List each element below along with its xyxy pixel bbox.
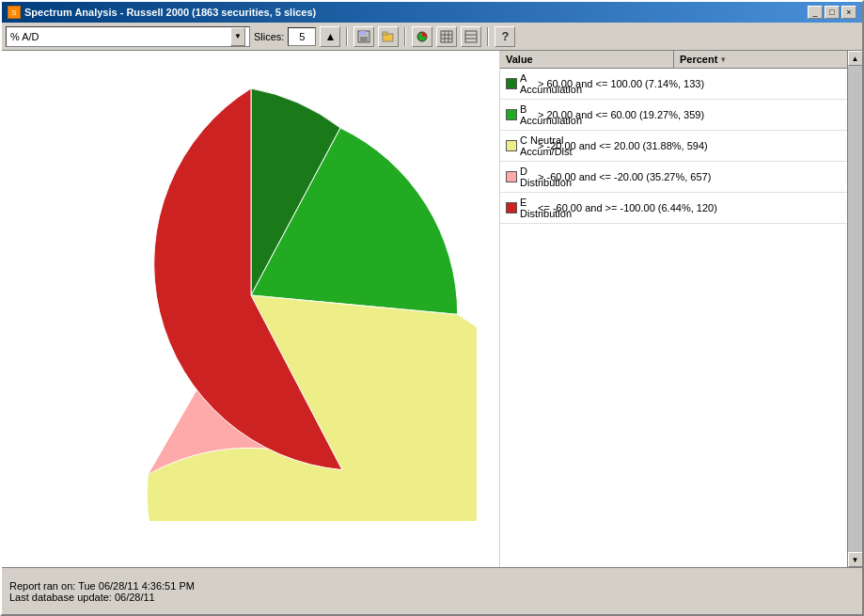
open-icon bbox=[382, 30, 395, 43]
legend-panel: Value Percent ▼ A Accumulation > 60.00 a… bbox=[499, 51, 847, 567]
legend-swatch-2 bbox=[506, 140, 517, 151]
legend-header: Value Percent ▼ bbox=[500, 51, 847, 69]
slices-input[interactable]: 5 bbox=[288, 27, 316, 46]
vertical-scrollbar: ▲ ▼ bbox=[847, 51, 862, 567]
dropdown-arrow-icon[interactable]: ▼ bbox=[230, 27, 245, 46]
save-icon bbox=[357, 30, 370, 43]
main-window: S Spectrum Analysis - Russell 2000 (1863… bbox=[0, 0, 864, 616]
status-bar: Report ran on: Tue 06/28/11 4:36:51 PM L… bbox=[2, 567, 862, 614]
svg-rect-2 bbox=[360, 37, 368, 41]
scroll-track[interactable] bbox=[848, 66, 863, 552]
legend-value-0: > 60.00 and <= 100.00 (7.14%, 133) bbox=[538, 78, 847, 89]
status-line2: Last database update: 06/28/11 bbox=[9, 592, 855, 603]
toolbar-separator-1 bbox=[346, 27, 348, 46]
legend-color-cell-2: C Neutral Accum/Dist bbox=[500, 133, 538, 159]
legend-row-3[interactable]: D Distribution > -60.00 and <= -20.00 (3… bbox=[500, 162, 847, 193]
toolbar: % A/D ▼ Slices: 5 ▲ bbox=[2, 23, 862, 51]
legend-col-percent[interactable]: Percent ▼ bbox=[674, 51, 847, 68]
legend-color-cell-3: D Distribution bbox=[500, 164, 538, 190]
legend-color-cell-0: A Accumulation bbox=[500, 71, 538, 97]
legend-rows: A Accumulation > 60.00 and <= 100.00 (7.… bbox=[500, 69, 847, 224]
toolbar-separator-3 bbox=[487, 27, 489, 46]
legend-swatch-3 bbox=[506, 171, 517, 182]
svg-rect-6 bbox=[441, 31, 452, 42]
legend-color-cell-1: B Accumulation bbox=[500, 102, 538, 128]
grid2-icon bbox=[464, 30, 478, 43]
maximize-button[interactable]: □ bbox=[825, 6, 840, 19]
legend-row-4[interactable]: E Distribution <= -60.00 and >= -100.00 … bbox=[500, 193, 847, 224]
scroll-down-button[interactable]: ▼ bbox=[848, 552, 863, 567]
slices-label: Slices: bbox=[254, 31, 284, 42]
content-area: Value Percent ▼ A Accumulation > 60.00 a… bbox=[2, 51, 862, 567]
help-button[interactable]: ? bbox=[495, 26, 515, 47]
scroll-up-button[interactable]: ▲ bbox=[848, 51, 863, 66]
title-bar: S Spectrum Analysis - Russell 2000 (1863… bbox=[2, 2, 862, 23]
legend-swatch-0 bbox=[506, 78, 517, 89]
pie-chart-button[interactable] bbox=[412, 26, 432, 47]
sort-icon: ▼ bbox=[719, 55, 727, 64]
pie-container bbox=[2, 51, 499, 540]
status-line1: Report ran on: Tue 06/28/11 4:36:51 PM bbox=[9, 580, 855, 592]
grid2-button[interactable] bbox=[461, 26, 481, 47]
save-button[interactable] bbox=[353, 26, 374, 47]
toolbar-separator-2 bbox=[404, 27, 406, 46]
legend-swatch-4 bbox=[506, 202, 517, 213]
minimize-button[interactable]: _ bbox=[808, 6, 823, 19]
legend-swatch-1 bbox=[506, 109, 517, 120]
svg-rect-11 bbox=[465, 31, 477, 42]
window-title: Spectrum Analysis - Russell 2000 (1863 s… bbox=[24, 7, 316, 18]
legend-value-2: > -20.00 and <= 20.00 (31.88%, 594) bbox=[538, 140, 847, 151]
legend-value-1: > 20.00 and <= 60.00 (19.27%, 359) bbox=[538, 109, 847, 120]
svg-rect-1 bbox=[360, 31, 366, 35]
open-button[interactable] bbox=[378, 26, 399, 47]
indicator-dropdown[interactable]: % A/D ▼ bbox=[6, 26, 250, 47]
app-icon: S bbox=[8, 6, 21, 19]
pie-chart bbox=[25, 70, 477, 521]
help-icon: ? bbox=[501, 29, 509, 43]
legend-row-1[interactable]: B Accumulation > 20.00 and <= 60.00 (19.… bbox=[500, 100, 847, 131]
close-button[interactable]: × bbox=[841, 6, 856, 19]
legend-value-3: > -60.00 and <= -20.00 (35.27%, 657) bbox=[538, 171, 847, 182]
legend-row-2[interactable]: C Neutral Accum/Dist > -20.00 and <= 20.… bbox=[500, 131, 847, 162]
grid-button[interactable] bbox=[436, 26, 457, 47]
pie-icon bbox=[416, 30, 429, 43]
window-controls: _ □ × bbox=[808, 6, 856, 19]
grid-icon bbox=[440, 30, 453, 43]
slices-up-button[interactable]: ▲ bbox=[320, 26, 340, 47]
legend-row-0[interactable]: A Accumulation > 60.00 and <= 100.00 (7.… bbox=[500, 69, 847, 100]
svg-rect-4 bbox=[383, 32, 387, 35]
legend-color-cell-4: E Distribution bbox=[500, 195, 538, 221]
legend-value-4: <= -60.00 and >= -100.00 (6.44%, 120) bbox=[538, 202, 847, 213]
title-bar-left: S Spectrum Analysis - Russell 2000 (1863… bbox=[8, 6, 316, 19]
dropdown-value: % A/D bbox=[10, 31, 39, 42]
chart-area bbox=[2, 51, 499, 567]
legend-col-value: Value bbox=[500, 51, 674, 68]
